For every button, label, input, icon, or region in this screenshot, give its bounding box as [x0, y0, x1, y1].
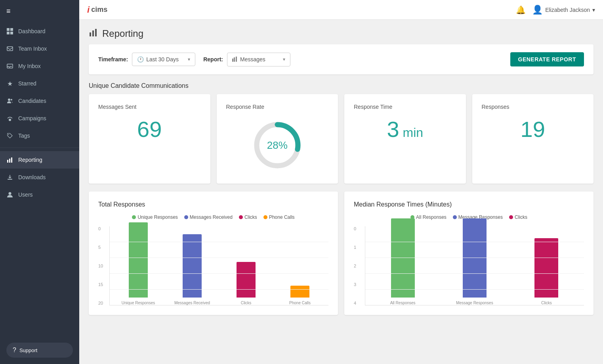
svg-rect-3 [10, 32, 13, 34]
stat-label: Responses [482, 104, 584, 110]
sidebar-item-label: Campaigns [18, 115, 46, 121]
chevron-down-icon: ▾ [592, 7, 595, 13]
chevron-down-icon: ▾ [188, 57, 190, 62]
report-select[interactable]: Messages ▾ [227, 53, 290, 66]
svg-rect-20 [236, 57, 237, 62]
clock-icon: 🕐 [137, 56, 144, 63]
chart-title: Median Response Times (Minutes) [354, 201, 584, 208]
svg-rect-12 [11, 157, 12, 163]
bar-group-clicks: Clicks [224, 262, 268, 305]
sidebar-item-label: Candidates [18, 98, 46, 104]
user-menu[interactable]: 👤 Elizabeth Jackson ▾ [532, 5, 595, 15]
sidebar-item-label: Tags [18, 133, 30, 139]
sidebar-support: ? Support [0, 336, 79, 364]
support-button[interactable]: ? Support [6, 343, 73, 358]
tags-icon [6, 132, 13, 139]
reporting-icon [6, 156, 13, 163]
bar-unique-responses [129, 222, 148, 298]
bar-label: Messages Received [174, 301, 210, 305]
bar-group-phone: Phone Calls [278, 286, 322, 305]
sidebar-item-label: Team Inbox [18, 46, 47, 52]
svg-rect-17 [95, 29, 97, 36]
page-header: Reporting [79, 20, 603, 44]
charts-grid: Total Responses Unique Responses Message… [79, 191, 603, 323]
svg-rect-5 [7, 64, 13, 68]
chart-median-response: Median Response Times (Minutes) All Resp… [344, 191, 593, 315]
sidebar-item-candidates[interactable]: Candidates [0, 92, 79, 110]
legend-label: Clicks [515, 214, 527, 220]
sidebar-divider [0, 148, 79, 148]
sidebar-item-team-inbox[interactable]: Team Inbox [0, 40, 79, 57]
legend-label: Unique Responses [137, 214, 177, 220]
logo-i: i [87, 5, 90, 15]
sidebar-item-dashboard[interactable]: Dashboard [0, 23, 79, 40]
bar-all-responses [391, 218, 415, 298]
bar-clicks2 [534, 238, 558, 298]
y-axis: 20 15 10 5 0 [98, 226, 109, 305]
svg-point-8 [9, 119, 11, 121]
legend-dot-clicks [239, 215, 243, 219]
legend-item: Unique Responses [132, 214, 177, 220]
sidebar-item-tags[interactable]: Tags [0, 127, 79, 144]
campaigns-icon [6, 115, 13, 122]
report-label: Report: [203, 56, 223, 63]
svg-rect-1 [10, 28, 13, 31]
svg-rect-10 [7, 160, 8, 163]
legend-dot-messages [184, 215, 188, 219]
bar-label: All Responses [390, 301, 416, 305]
legend-label: Clicks [244, 214, 257, 220]
downloads-icon [6, 174, 13, 181]
bar-group-unique: Unique Responses [116, 222, 160, 305]
sidebar-item-label: Reporting [18, 157, 42, 163]
account-icon: 👤 [532, 5, 543, 15]
svg-rect-13 [8, 179, 12, 180]
donut-container: 28% [226, 116, 329, 174]
dashboard-icon [6, 28, 13, 35]
bar-label: Clicks [241, 301, 252, 305]
stat-value: 69 [98, 116, 201, 142]
svg-rect-16 [92, 30, 94, 36]
stat-card-response-time: Response Time 3 min [344, 94, 466, 184]
bars-area: All Responses Message Responses Clicks [365, 226, 584, 305]
menu-button[interactable]: ≡ [0, 0, 79, 23]
team-inbox-icon [6, 45, 13, 52]
chart-legend: Unique Responses Messages Received Click… [98, 214, 328, 220]
content-area: Reporting Timeframe: 🕐 Last 30 Days ▾ Re… [79, 20, 603, 364]
y-axis: 4 3 2 1 0 [354, 226, 365, 305]
notification-icon[interactable]: 🔔 [516, 5, 526, 15]
sidebar-item-label: Starred [18, 80, 36, 87]
users-icon [6, 191, 13, 198]
sidebar-item-downloads[interactable]: Downloads [0, 169, 79, 186]
svg-rect-0 [7, 28, 10, 31]
sidebar-item-campaigns[interactable]: Campaigns [0, 110, 79, 127]
hamburger-icon: ≡ [6, 7, 11, 15]
bar-label: Phone Calls [289, 301, 311, 305]
sidebar-item-reporting[interactable]: Reporting [0, 151, 79, 169]
svg-rect-18 [232, 59, 233, 62]
sidebar-item-label: Downloads [18, 174, 46, 180]
sidebar-nav: Dashboard Team Inbox My Inbox ★ Starred … [0, 23, 79, 336]
section-communications-title: Unique Candidate Communications [79, 82, 603, 94]
stat-value: 3 min [354, 116, 456, 142]
legend-item: Clicks [239, 214, 257, 220]
chart-area-wrap: 4 3 2 1 0 All Responses Message R [354, 226, 584, 305]
sidebar-item-users[interactable]: Users [0, 186, 79, 203]
svg-rect-2 [7, 32, 10, 34]
svg-rect-4 [7, 47, 13, 51]
sidebar-item-my-inbox[interactable]: My Inbox [0, 57, 79, 75]
header-right: 🔔 👤 Elizabeth Jackson ▾ [516, 5, 595, 15]
bar-group-all: All Responses [372, 218, 434, 305]
generate-report-button[interactable]: GENERATE REPORT [510, 52, 584, 66]
bar-phone-calls [290, 286, 309, 298]
timeframe-select[interactable]: 🕐 Last 30 Days ▾ [132, 53, 195, 66]
report-group: Report: Messages ▾ [203, 53, 290, 66]
page-title-icon [89, 28, 98, 40]
sidebar-item-starred[interactable]: ★ Starred [0, 75, 79, 92]
bar-label: Unique Responses [122, 301, 155, 305]
legend-item: Phone Calls [263, 214, 295, 220]
question-icon: ? [13, 347, 16, 354]
header: i cims 🔔 👤 Elizabeth Jackson ▾ [79, 0, 603, 20]
main-content: i cims 🔔 👤 Elizabeth Jackson ▾ Reporting… [79, 0, 603, 364]
timeframe-label: Timeframe: [98, 56, 128, 63]
bars-area: Unique Responses Messages Received Click… [109, 226, 328, 305]
